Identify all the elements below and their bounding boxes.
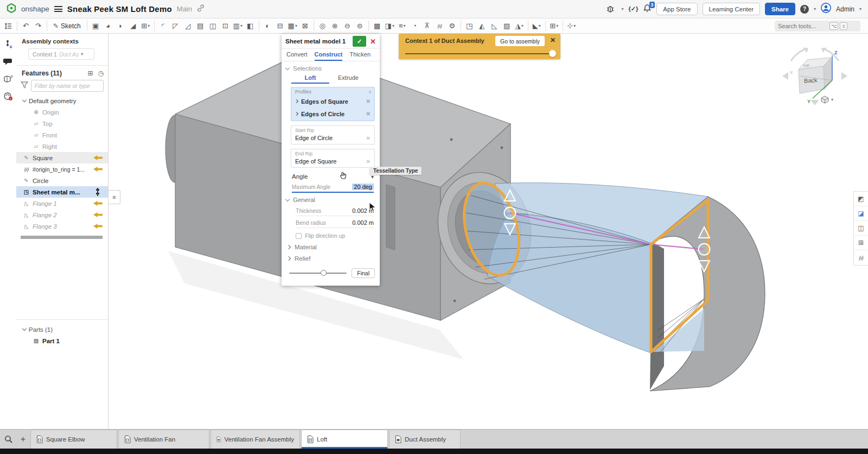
flange-icon[interactable]: ◺ <box>488 20 501 33</box>
corner-break-icon[interactable]: ◣▾ <box>531 20 543 33</box>
shell-icon[interactable]: ◫ <box>207 20 219 33</box>
bend-radius-field[interactable]: Bend radius 0.002 m <box>296 219 374 228</box>
help-walkthrough-icon[interactable]: ? <box>2 72 15 85</box>
tree-item-origin[interactable]: ⊕ Origin <box>16 106 108 118</box>
tab-loft[interactable]: Loft <box>301 430 388 449</box>
material-section-header[interactable]: Material <box>282 239 380 250</box>
subtab-loft[interactable]: Loft <box>291 74 329 84</box>
add-tab-button[interactable]: + <box>16 430 30 449</box>
final-button[interactable]: Final <box>352 268 375 278</box>
replace-face-icon[interactable]: ⊖ <box>341 20 354 33</box>
maximum-angle-value[interactable]: 20 deg <box>352 184 374 190</box>
extrude-icon[interactable]: ▣ <box>90 20 102 33</box>
boolean-icon[interactable]: ◐ <box>261 20 274 33</box>
checkbox-icon[interactable] <box>296 233 302 239</box>
tab-ventilation-fan[interactable]: Ventilation Fan <box>118 430 209 449</box>
relief-section-header[interactable]: Relief <box>282 250 380 262</box>
fill-surface-icon[interactable]: ◨▾ <box>384 20 396 33</box>
mirror-icon[interactable]: ◧ <box>244 20 257 33</box>
user-avatar[interactable] <box>821 3 831 15</box>
app-store-button[interactable]: App Store <box>656 3 697 15</box>
profile-item-circle[interactable]: Edges of Circle ✕ <box>291 108 374 120</box>
offset-surface-icon[interactable]: ⊜ <box>354 20 366 33</box>
user-name[interactable]: Admin <box>836 5 854 13</box>
chevron-down-icon[interactable] <box>22 98 27 102</box>
collapse-feature-list-button[interactable]: ≡ <box>108 190 120 204</box>
tool-search-field[interactable]: ⌥ c <box>775 21 860 31</box>
loft-preview[interactable] <box>487 183 708 353</box>
import-icon[interactable]: ⊼ <box>421 20 433 33</box>
tree-item-square-sketch[interactable]: ✎ Square <box>16 152 108 163</box>
context-reference-arrow-icon[interactable] <box>93 224 103 229</box>
end-rip-field[interactable]: End Rip Edge of Square ✕ <box>291 149 375 168</box>
feature-script-icon[interactable]: {✓} <box>629 5 639 12</box>
tab-duct-assembly[interactable]: Duct Assembly <box>389 430 461 449</box>
cancel-button[interactable]: ✕ <box>370 37 376 46</box>
tessellation-type-select[interactable]: Angle ▾ <box>292 173 374 180</box>
help-icon[interactable]: ? <box>800 5 809 14</box>
chevron-right-icon[interactable] <box>295 112 298 116</box>
profiles-list[interactable]: Profiles ↑↓ Edges of Square ✕ Edges of C… <box>291 87 375 121</box>
tree-item-origin-to-ring-variable[interactable]: (x) #origin_to_ring = 1... <box>16 163 108 175</box>
sort-icon[interactable]: ↑↓ <box>368 90 371 94</box>
onshape-logo-icon[interactable] <box>7 3 16 15</box>
modify-fillet-icon[interactable]: ≡▾ <box>396 20 409 33</box>
share-link-icon[interactable] <box>197 4 205 14</box>
go-to-assembly-button[interactable]: Go to assembly <box>495 36 545 46</box>
subtab-extrude[interactable]: Extrude <box>329 74 367 84</box>
parts-section-header[interactable]: Parts (1) <box>16 324 108 335</box>
helix-icon[interactable]: ◔ <box>409 20 421 33</box>
regeneration-time-icon[interactable]: ◷ <box>98 70 104 77</box>
tab-thicken[interactable]: Thicken <box>349 49 371 61</box>
maximum-angle-field[interactable]: Maximum Angle 20 deg <box>292 184 374 193</box>
draft-icon[interactable]: ◿ <box>182 20 194 33</box>
redo-icon[interactable]: ↷ <box>32 20 44 33</box>
sweep-icon[interactable]: ◗ <box>114 20 127 33</box>
comments-icon[interactable] <box>2 55 15 68</box>
feature-list-toggle-icon[interactable] <box>2 20 15 33</box>
sheet-metal-finish-icon[interactable]: ◮▾ <box>513 20 526 33</box>
rib-icon[interactable]: ▤ <box>194 20 207 33</box>
split-icon[interactable]: ⊟ <box>274 20 286 33</box>
configurations-icon[interactable]: ⚙ <box>446 20 458 33</box>
chamfer-icon[interactable]: ◸ <box>169 20 182 33</box>
notifications-bell-icon[interactable]: 3 <box>643 4 652 15</box>
undo-icon[interactable]: ↶ <box>20 20 32 33</box>
filter-funnel-icon[interactable] <box>21 81 28 91</box>
versions-history-icon[interactable]: + <box>2 37 15 51</box>
viewport-3d[interactable] <box>108 34 868 429</box>
tab-ventilation-fan-assembly[interactable]: Ventilation Fan Assembly <box>210 430 300 449</box>
enclose-icon[interactable]: ▩ <box>371 20 384 33</box>
frame-icon[interactable]: ⊞▾ <box>548 20 560 33</box>
branch-name[interactable]: Main <box>177 5 192 13</box>
context-slider-knob[interactable] <box>549 50 556 57</box>
view-cube[interactable]: Top Back X Z Y <box>780 46 850 110</box>
linear-pattern-icon[interactable]: ▥▾ <box>232 20 244 33</box>
chevron-down-icon[interactable] <box>22 326 27 331</box>
flip-direction-checkbox-row[interactable]: Flip direction up <box>296 232 374 239</box>
tree-item-front-plane[interactable]: ▱ Front <box>16 129 108 141</box>
tree-item-flange-3[interactable]: ◺ Flange 3 <box>16 220 108 232</box>
named-views-icon[interactable]: ◩ <box>854 192 868 206</box>
alerts-icon[interactable]: ! <box>2 90 15 103</box>
insert-folder-icon[interactable]: ⊞ <box>87 70 93 77</box>
part-1-item[interactable]: ▧ Part 1 <box>16 335 108 346</box>
user-caret-icon[interactable]: ▾ <box>859 7 861 11</box>
tab-icon[interactable]: ▨ <box>501 20 513 33</box>
selections-section-header[interactable]: Selections <box>282 61 380 73</box>
configurations-panel-icon[interactable]: ⊞ <box>854 236 868 250</box>
search-tabs-icon[interactable] <box>1 430 16 449</box>
tree-item-default-geometry[interactable]: Default geometry <box>16 95 108 106</box>
context-slider-track[interactable] <box>405 53 552 54</box>
remove-icon[interactable]: ✕ <box>366 135 371 141</box>
exploded-view-icon[interactable]: ◫ <box>854 221 868 236</box>
variable-icon[interactable]: (x) <box>433 20 446 33</box>
measure-icon[interactable]: ⊹▾ <box>565 20 578 33</box>
tab-square-elbow[interactable]: Square Elbow <box>30 430 117 449</box>
sheet-metal-joint-icon[interactable]: ◭ <box>476 20 488 33</box>
share-button[interactable]: Share <box>765 3 795 15</box>
general-section-header[interactable]: General <box>282 193 380 204</box>
debug-bug-icon[interactable] <box>604 3 617 16</box>
remove-icon[interactable]: ✕ <box>366 98 371 104</box>
debug-caret-icon[interactable]: ▾ <box>622 7 624 11</box>
